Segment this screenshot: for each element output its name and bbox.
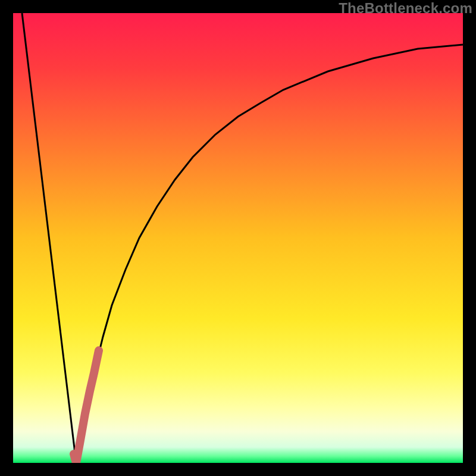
watermark-text: TheBottleneck.com [339,0,472,17]
plot-area [13,13,463,463]
outer-frame: TheBottleneck.com [0,0,476,476]
curve-svg [13,13,463,463]
curve-right-arm [76,45,463,463]
tick-segment [74,350,99,463]
curve-left-arm [22,13,76,463]
